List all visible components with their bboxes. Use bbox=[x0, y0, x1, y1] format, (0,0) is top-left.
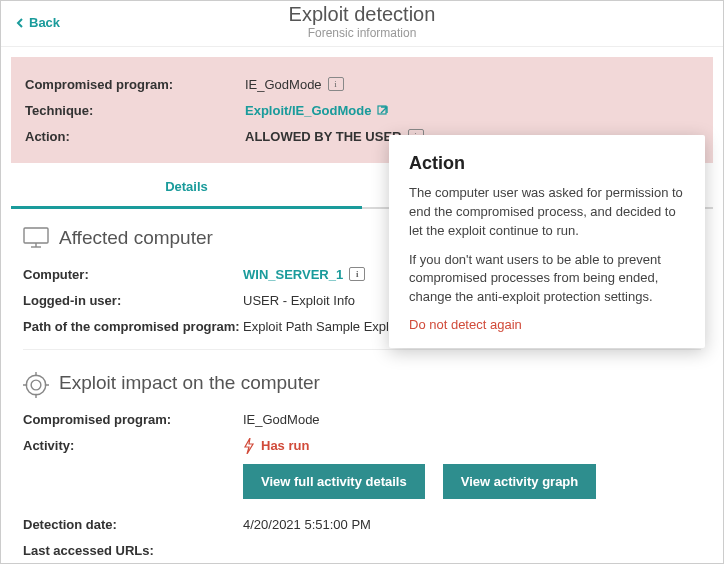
svg-point-5 bbox=[31, 380, 41, 390]
computer-link[interactable]: WIN_SERVER_1 i bbox=[243, 267, 365, 282]
popover-paragraph-2: If you don't want users to be able to pr… bbox=[409, 251, 685, 308]
popover-title: Action bbox=[409, 153, 685, 174]
svg-point-4 bbox=[26, 375, 46, 395]
back-button[interactable]: Back bbox=[15, 15, 60, 30]
summary-compromised-label: Compromised program: bbox=[25, 77, 245, 92]
page-subtitle: Forensic information bbox=[1, 26, 723, 40]
summary-technique-value: Exploit/IE_GodMode bbox=[245, 103, 371, 118]
section-divider bbox=[23, 349, 701, 350]
last-urls-label: Last accessed URLs: bbox=[23, 543, 243, 558]
info-icon[interactable]: i bbox=[328, 77, 344, 91]
view-activity-graph-button[interactable]: View activity graph bbox=[443, 464, 597, 499]
target-icon bbox=[23, 372, 49, 394]
detection-date-value: 4/20/2021 5:51:00 PM bbox=[243, 517, 371, 532]
tab-details[interactable]: Details bbox=[11, 167, 362, 209]
svg-rect-1 bbox=[24, 228, 48, 243]
back-label: Back bbox=[29, 15, 60, 30]
action-popover: Action The computer user was asked for p… bbox=[389, 135, 705, 348]
computer-value: WIN_SERVER_1 bbox=[243, 267, 343, 282]
summary-compromised-value: IE_GodMode bbox=[245, 77, 322, 92]
monitor-icon bbox=[23, 227, 49, 249]
summary-technique-label: Technique: bbox=[25, 103, 245, 118]
summary-technique-link[interactable]: Exploit/IE_GodMode bbox=[245, 103, 391, 118]
impact-activity-value: Has run bbox=[261, 438, 309, 453]
computer-label: Computer: bbox=[23, 267, 243, 282]
do-not-detect-link[interactable]: Do not detect again bbox=[409, 317, 685, 332]
external-link-icon bbox=[377, 103, 391, 117]
path-label: Path of the compromised program: bbox=[23, 319, 243, 334]
detection-date-label: Detection date: bbox=[23, 517, 243, 532]
page-header: Back Exploit detection Forensic informat… bbox=[1, 1, 723, 47]
section-title-affected: Affected computer bbox=[59, 227, 213, 249]
impact-compromised-label: Compromised program: bbox=[23, 412, 243, 427]
section-title-impact: Exploit impact on the computer bbox=[59, 372, 320, 394]
user-label: Logged-in user: bbox=[23, 293, 243, 308]
info-icon[interactable]: i bbox=[349, 267, 365, 281]
impact-activity-label: Activity: bbox=[23, 438, 243, 453]
summary-action-label: Action: bbox=[25, 129, 245, 144]
lightning-icon bbox=[243, 438, 255, 452]
section-exploit-impact: Exploit impact on the computer Compromis… bbox=[1, 354, 723, 564]
popover-paragraph-1: The computer user was asked for permissi… bbox=[409, 184, 685, 241]
page-title: Exploit detection bbox=[1, 3, 723, 26]
user-value: USER - Exploit Info bbox=[243, 293, 355, 308]
view-full-activity-button[interactable]: View full activity details bbox=[243, 464, 425, 499]
summary-action-value: ALLOWED BY THE USER bbox=[245, 129, 402, 144]
chevron-left-icon bbox=[15, 18, 25, 28]
impact-compromised-value: IE_GodMode bbox=[243, 412, 320, 427]
